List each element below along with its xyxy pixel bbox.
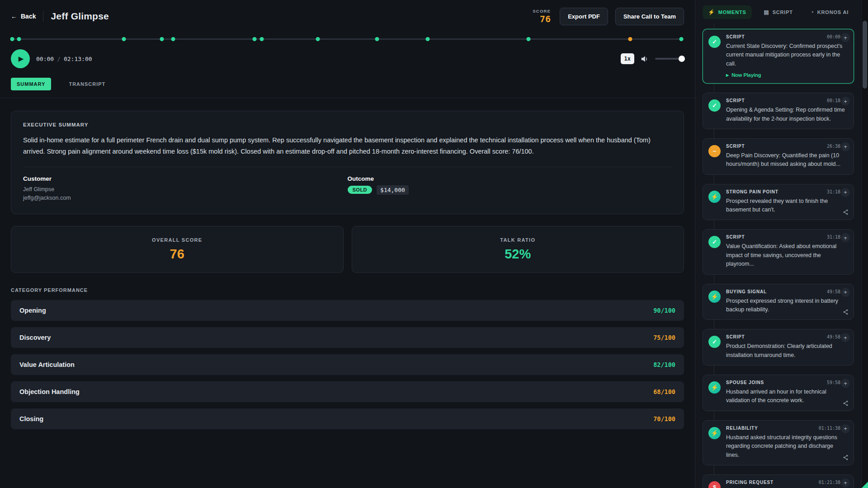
timeline-marker[interactable] xyxy=(253,37,257,41)
category-row: Opening 90/100 xyxy=(11,300,684,321)
moment-timestamp: 00:00 xyxy=(827,34,840,39)
share-icon[interactable] xyxy=(843,209,849,215)
sidebar-scrollbar[interactable] xyxy=(861,0,868,488)
header: ← Back Jeff Glimpse SCORE 76 Export PDF … xyxy=(0,0,695,33)
audio-timeline[interactable] xyxy=(11,34,684,44)
page-title: Jeff Glimpse xyxy=(51,11,108,22)
add-moment-button[interactable]: + xyxy=(841,424,850,433)
moment-text: Husband arrived an hour in for technical… xyxy=(726,388,848,405)
category-row: Objection Handling 68/100 xyxy=(11,381,684,402)
tab-moments[interactable]: ⚡ MOMENTS xyxy=(703,5,752,19)
moment-type-icon: ⚡ xyxy=(708,191,721,203)
add-moment-button[interactable]: + xyxy=(841,333,850,342)
add-moment-button[interactable]: + xyxy=(841,188,850,197)
tab-kronos-ai[interactable]: ◔ KRONOS AI xyxy=(805,5,854,19)
timeline-marker[interactable] xyxy=(10,37,14,41)
category-label: Opening xyxy=(19,307,46,314)
timeline-marker[interactable] xyxy=(260,37,264,41)
category-row: Closing 70/100 xyxy=(11,408,684,429)
moment-type-label: BUYING SIGNAL xyxy=(726,289,767,294)
add-moment-button[interactable]: + xyxy=(841,97,850,106)
timeline-marker[interactable] xyxy=(160,37,164,41)
scrollbar-thumb[interactable] xyxy=(863,21,867,89)
moment-text: Husband asked structural integrity quest… xyxy=(726,433,848,460)
back-arrow-icon: ← xyxy=(11,13,17,20)
moment-type-icon: ✓ xyxy=(708,336,721,348)
score-value: 76 xyxy=(533,14,551,24)
timeline-marker[interactable] xyxy=(425,37,429,41)
category-performance-heading: CATEGORY PERFORMANCE xyxy=(11,287,684,293)
outcome-amount: $14,000 xyxy=(377,185,409,195)
volume-knob[interactable] xyxy=(679,56,685,62)
moment-text: Prospect expressed strong interest in ba… xyxy=(726,297,848,314)
customer-email: jeffg@jackson.com xyxy=(23,194,348,202)
share-icon[interactable] xyxy=(843,309,849,315)
category-score: 68/100 xyxy=(653,388,675,395)
add-moment-button[interactable]: + xyxy=(841,479,850,488)
timeline-marker[interactable] xyxy=(679,37,684,41)
executive-summary-text: Solid in-home estimate for a full perime… xyxy=(23,135,672,158)
moment-type-icon: ⚡ xyxy=(708,291,721,303)
moment-type-icon: − xyxy=(708,145,721,157)
executive-summary-heading: EXECUTIVE SUMMARY xyxy=(23,122,672,127)
timeline-marker[interactable] xyxy=(122,37,126,41)
timeline-marker[interactable] xyxy=(527,37,531,41)
moment-type-label: SCRIPT xyxy=(726,144,745,149)
playback-speed-button[interactable]: 1x xyxy=(621,53,634,64)
add-moment-button[interactable]: + xyxy=(841,379,850,388)
moment-card[interactable]: ⚡ STRONG PAIN POINT 31:18 Prospect revea… xyxy=(703,184,854,221)
timeline-marker[interactable] xyxy=(17,37,21,41)
timeline-marker[interactable] xyxy=(628,37,632,41)
moments-list: ✓ SCRIPT 00:00 Current State Discovery: … xyxy=(695,23,861,488)
summary-content: EXECUTIVE SUMMARY Solid in-home estimate… xyxy=(0,98,695,448)
volume-slider[interactable] xyxy=(655,58,684,60)
moment-card[interactable]: ⚡ BUYING SIGNAL 49:58 Prospect expressed… xyxy=(703,284,854,320)
moment-type-icon: ⚡ xyxy=(708,427,721,439)
document-icon: ▤ xyxy=(764,9,769,15)
moment-card[interactable]: $ PRICING REQUEST 01:21:38 + xyxy=(703,474,854,488)
add-moment-button[interactable]: + xyxy=(841,233,850,242)
share-icon[interactable] xyxy=(843,455,849,460)
share-call-button[interactable]: Share Call to Team xyxy=(615,8,684,25)
volume-icon[interactable] xyxy=(641,56,649,62)
moment-type-label: SCRIPT xyxy=(726,235,745,239)
category-label: Closing xyxy=(19,415,43,422)
add-moment-button[interactable]: + xyxy=(841,33,850,42)
add-moment-button[interactable]: + xyxy=(841,142,850,151)
back-button[interactable]: ← Back xyxy=(11,13,36,20)
moment-type-icon: ✓ xyxy=(708,236,721,248)
category-score: 90/100 xyxy=(653,307,675,314)
moment-card[interactable]: − SCRIPT 26:38 Deep Pain Discovery: Quan… xyxy=(703,138,854,175)
timeline-marker[interactable] xyxy=(375,37,379,41)
moment-timestamp: 31:18 xyxy=(827,235,840,239)
tab-script[interactable]: ▤ SCRIPT xyxy=(759,5,798,19)
customer-label: Customer xyxy=(23,175,348,182)
export-pdf-button[interactable]: Export PDF xyxy=(560,8,608,25)
moment-card[interactable]: ⚡ SPOUSE JOINS 59:58 Husband arrived an … xyxy=(703,375,854,411)
tab-transcript[interactable]: TRANSCRIPT xyxy=(63,78,111,90)
share-icon[interactable] xyxy=(843,400,849,406)
category-score: 75/100 xyxy=(653,334,675,341)
header-divider xyxy=(43,11,43,22)
moment-card[interactable]: ✓ SCRIPT 49:58 Product Demonstration: Cl… xyxy=(703,329,854,366)
moment-card[interactable]: ✓ SCRIPT 00:18 Opening & Agenda Setting:… xyxy=(703,93,854,129)
moments-sidebar: ⚡ MOMENTS ▤ SCRIPT ◔ KRONOS AI ✓ xyxy=(695,0,861,488)
moment-timestamp: 31:18 xyxy=(827,189,840,194)
add-moment-button[interactable]: + xyxy=(841,288,850,297)
scroll-corner-indicator xyxy=(862,482,868,488)
moment-card[interactable]: ✓ SCRIPT 31:18 Value Quantification: Ask… xyxy=(703,229,854,274)
moment-timestamp: 49:58 xyxy=(827,334,840,339)
main-column: ← Back Jeff Glimpse SCORE 76 Export PDF … xyxy=(0,0,695,488)
customer-block: Customer Jeff Glimpse jeffg@jackson.com xyxy=(23,175,348,203)
moment-timestamp: 01:21:38 xyxy=(819,480,840,485)
play-button[interactable]: ▶ xyxy=(11,49,30,68)
tab-summary[interactable]: SUMMARY xyxy=(11,78,51,90)
moment-timestamp: 49:58 xyxy=(827,289,840,294)
outcome-label: Outcome xyxy=(348,175,672,182)
moment-card[interactable]: ✓ SCRIPT 00:00 Current State Discovery: … xyxy=(703,29,854,84)
total-duration: 02:13:00 xyxy=(64,56,92,62)
outcome-block: Outcome SOLD $14,000 xyxy=(348,175,672,203)
timeline-marker[interactable] xyxy=(316,37,320,41)
moment-card[interactable]: ⚡ RELIABILITY 01:11:38 Husband asked str… xyxy=(703,420,854,465)
timeline-marker[interactable] xyxy=(171,37,175,41)
